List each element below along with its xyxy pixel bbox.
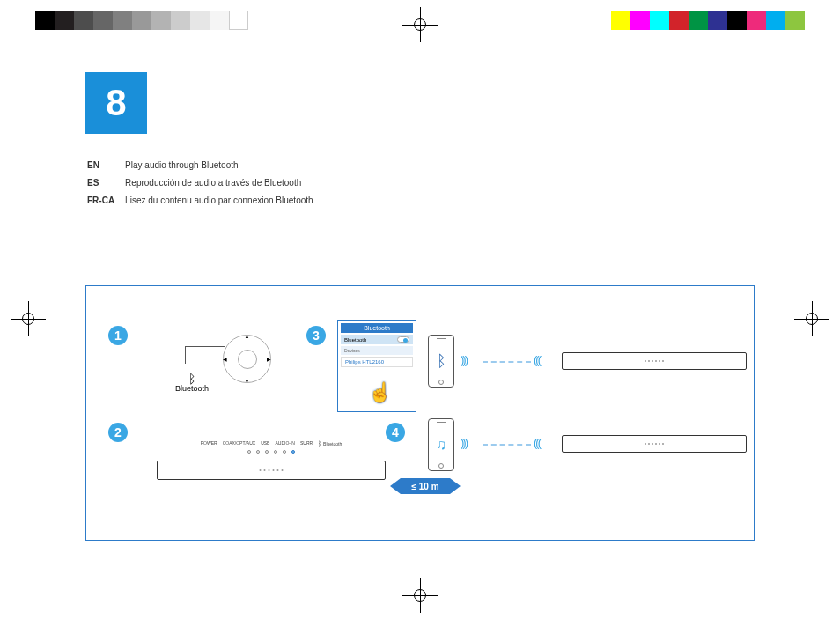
bluetooth-label: Bluetooth <box>175 384 209 393</box>
print-colorbar-color <box>611 11 805 30</box>
step-3-badge: 3 <box>306 326 326 345</box>
arrow-right-icon <box>450 478 461 494</box>
led-label: AUDIO-IN <box>275 440 295 447</box>
bluetooth-glyph: ᛒ <box>175 373 209 385</box>
distance-value: ≤ 10 m <box>401 478 450 494</box>
devices-section-label: Devices <box>341 346 413 355</box>
dpad-up: ▲ <box>245 334 250 339</box>
dpad-right: ▶ <box>267 356 271 362</box>
phone-music: ♫ <box>428 418 454 471</box>
soundbar <box>562 352 747 370</box>
led-label: POWER <box>201 440 217 447</box>
remote-dpad: ▲ ▼ ◀ ▶ <box>223 335 271 383</box>
lang-text: Lisez du contenu audio par connexion Blu… <box>125 193 313 209</box>
phone-bluetooth: ᛒ <box>428 335 454 388</box>
led-label: USB <box>261 440 269 447</box>
phone-earpiece <box>437 422 446 423</box>
callout-line <box>185 346 225 347</box>
lang-text: Play audio through Bluetooth <box>125 158 313 173</box>
dpad-left: ◀ <box>223 356 227 362</box>
led-dot-active <box>291 450 295 454</box>
led-labels: POWER COAX/OPT/AUX USB AUDIO-IN SURR ᛒ B… <box>157 440 386 447</box>
phone-home-button <box>438 463 444 469</box>
signal-waves-icon <box>461 436 467 449</box>
toggle-on <box>397 336 409 343</box>
lang-code: EN <box>87 158 123 173</box>
led-label: SURR <box>300 440 313 447</box>
panel-title: Bluetooth <box>341 323 413 333</box>
led-dot <box>256 450 260 454</box>
led-dot <box>247 450 251 454</box>
step-2-badge: 2 <box>108 423 128 442</box>
device-entry: Philips HTL2160 <box>341 357 413 367</box>
bluetooth-toggle-row: Bluetooth <box>341 335 413 344</box>
distance-indicator: ≤ 10 m <box>390 478 461 494</box>
instruction-en: EN Play audio through Bluetooth <box>87 158 313 173</box>
section-number-box: 8 <box>85 72 147 134</box>
phone-home-button <box>438 380 444 385</box>
diagram-frame: 1 ▲ ▼ ◀ ▶ ᛒ Bluetooth 2 POWER COAX/OPT/A… <box>85 285 755 541</box>
soundbar-status: POWER COAX/OPT/AUX USB AUDIO-IN SURR ᛒ B… <box>157 440 386 480</box>
signal-waves-icon <box>534 353 540 366</box>
signal-dashes <box>483 444 531 446</box>
print-colorbar-grayscale <box>35 11 248 30</box>
lang-code: FR-CA <box>87 193 123 209</box>
bluetooth-icon: ᛒ <box>318 440 321 447</box>
step-1-badge: 1 <box>108 326 128 345</box>
row-label: Bluetooth <box>344 337 366 343</box>
led-dots <box>157 450 386 454</box>
signal-waves-icon <box>534 436 540 449</box>
bluetooth-icon: ᛒ Bluetooth <box>175 373 209 393</box>
led-dot <box>265 450 269 454</box>
reg-mark-left <box>11 301 46 336</box>
arrow-left-icon <box>390 478 401 494</box>
callout-line <box>185 346 186 364</box>
reg-mark-top <box>402 7 438 42</box>
dpad-down: ▼ <box>245 379 250 384</box>
lang-code: ES <box>87 175 123 191</box>
soundbar <box>562 435 747 453</box>
led-label-bt: ᛒ Bluetooth <box>318 440 342 447</box>
reg-mark-bottom <box>402 578 438 613</box>
bluetooth-icon: ᛒ <box>437 352 446 371</box>
finger-tap-icon: ☝ <box>368 381 392 404</box>
section-number: 8 <box>106 82 126 124</box>
step-4-badge: 4 <box>386 423 405 442</box>
signal-waves-icon <box>461 353 467 366</box>
lang-text: Reproducción de audio a través de Blueto… <box>125 175 313 191</box>
led-label: COAX/OPT/AUX <box>223 440 256 447</box>
music-note-icon: ♫ <box>436 437 446 453</box>
signal-dashes <box>483 361 531 363</box>
language-instructions: EN Play audio through Bluetooth ES Repro… <box>85 156 315 210</box>
phone-earpiece <box>437 338 446 339</box>
led-dot <box>274 450 277 454</box>
remote-ok <box>238 350 257 369</box>
led-dot <box>283 450 286 454</box>
reg-mark-right <box>794 301 829 336</box>
instruction-es: ES Reproducción de audio a través de Blu… <box>87 175 313 191</box>
bluetooth-settings-panel: Bluetooth Bluetooth Devices Philips HTL2… <box>337 320 416 412</box>
remote-control: ▲ ▼ ◀ ▶ ᛒ Bluetooth <box>148 313 280 392</box>
instruction-frca: FR-CA Lisez du contenu audio par connexi… <box>87 193 313 209</box>
soundbar <box>157 461 386 480</box>
